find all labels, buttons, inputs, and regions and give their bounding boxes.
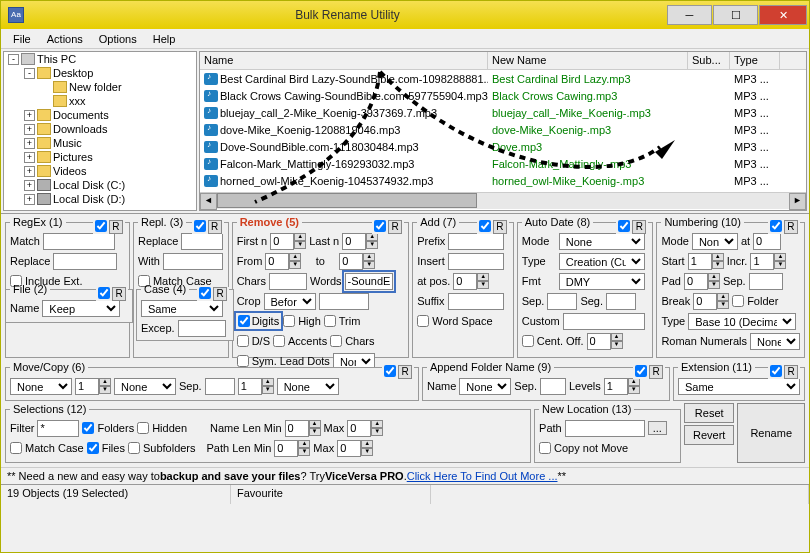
num-incr-input[interactable] — [750, 253, 774, 270]
tree-item[interactable]: +Local Disk (D:) — [4, 192, 196, 206]
tree-item[interactable]: New folder — [4, 80, 196, 94]
spin-up[interactable]: ▲ — [298, 440, 310, 448]
file-row[interactable]: Dove-SoundBible.com-1118030484.mp3Dove.m… — [200, 138, 806, 155]
file-list[interactable]: Name New Name Sub... Type Best Cardinal … — [199, 51, 807, 211]
sel-hidden-check[interactable] — [137, 422, 149, 434]
revert-button[interactable]: Revert — [684, 425, 734, 445]
file-row[interactable]: bluejay_call_2-Mike_Koenig-3937369.7.mp3… — [200, 104, 806, 121]
add-prefix-input[interactable] — [448, 233, 504, 250]
close-button[interactable]: ✕ — [759, 5, 807, 25]
file-row[interactable]: Best Cardinal Bird Lazy-SoundBible.com-1… — [200, 70, 806, 87]
numbering-enable-check[interactable] — [770, 220, 782, 232]
sel-matchcase-check[interactable] — [10, 442, 22, 454]
spin-down[interactable]: ▼ — [708, 281, 720, 289]
tree-expand-icon[interactable]: + — [24, 152, 35, 163]
spin-down[interactable]: ▼ — [361, 448, 373, 456]
remove-trim-check[interactable] — [324, 315, 336, 327]
remove-accents-check[interactable] — [273, 335, 285, 347]
scroll-right-button[interactable]: ► — [789, 193, 806, 210]
regex-match-input[interactable] — [43, 233, 115, 250]
spin-down[interactable]: ▼ — [774, 261, 786, 269]
case-reset-button[interactable]: R — [213, 287, 227, 301]
autodate-cent-check[interactable] — [522, 335, 534, 347]
spin-up[interactable]: ▲ — [99, 378, 111, 386]
spin-down[interactable]: ▼ — [289, 261, 301, 269]
rename-button[interactable]: Rename — [737, 403, 805, 463]
menu-help[interactable]: Help — [145, 31, 184, 47]
spin-up[interactable]: ▲ — [363, 253, 375, 261]
tree-expand-icon[interactable]: - — [8, 54, 19, 65]
spin-down[interactable]: ▼ — [371, 428, 383, 436]
movecopy-op3-select[interactable]: None — [277, 378, 339, 395]
folder-tree[interactable]: -This PC-Desktop New folder xxx+Document… — [3, 51, 197, 211]
movecopy-n1-input[interactable] — [75, 378, 99, 395]
autodate-seg-input[interactable] — [606, 293, 636, 310]
spin-up[interactable]: ▲ — [361, 440, 373, 448]
autodate-fmt-select[interactable]: DMY — [559, 273, 645, 290]
remove-to-input[interactable] — [339, 253, 363, 270]
tree-expand-icon[interactable]: - — [24, 68, 35, 79]
tree-expand-icon[interactable]: + — [24, 124, 35, 135]
tree-expand-icon[interactable]: + — [24, 110, 35, 121]
col-sub[interactable]: Sub... — [688, 52, 730, 69]
repl-reset-button[interactable]: R — [208, 220, 222, 234]
minimize-button[interactable]: ─ — [667, 5, 712, 25]
num-roman-select[interactable]: None — [750, 333, 800, 350]
num-folder-check[interactable] — [732, 295, 744, 307]
remove-digits-check[interactable] — [238, 315, 250, 327]
menu-file[interactable]: File — [5, 31, 39, 47]
sel-pathlenmax-input[interactable] — [337, 440, 361, 457]
case-excep-input[interactable] — [178, 320, 226, 337]
numbering-reset-button[interactable]: R — [784, 220, 798, 234]
autodate-type-select[interactable]: Creation (Cur — [559, 253, 645, 270]
col-type[interactable]: Type — [730, 52, 780, 69]
regex-reset-button[interactable]: R — [109, 220, 123, 234]
autodate-sep-input[interactable] — [547, 293, 577, 310]
add-insert-input[interactable] — [448, 253, 504, 270]
spin-up[interactable]: ▲ — [712, 253, 724, 261]
remove-chars2-check[interactable] — [330, 335, 342, 347]
spin-up[interactable]: ▲ — [774, 253, 786, 261]
newloc-path-input[interactable] — [565, 420, 645, 437]
autodate-reset-button[interactable]: R — [632, 220, 646, 234]
num-at-input[interactable] — [753, 233, 781, 250]
newloc-browse-button[interactable]: ... — [648, 421, 667, 435]
spin-down[interactable]: ▼ — [366, 241, 378, 249]
case-select[interactable]: Same — [141, 300, 223, 317]
file-row[interactable]: horned_owl-Mike_Koenig-1045374932.mp3hor… — [200, 172, 806, 189]
spin-down[interactable]: ▼ — [611, 341, 623, 349]
h-scrollbar[interactable]: ◄ ► — [200, 192, 806, 209]
sel-folders-check[interactable] — [82, 422, 94, 434]
tree-item[interactable]: -Desktop — [4, 66, 196, 80]
tree-expand-icon[interactable]: + — [24, 194, 35, 205]
spin-up[interactable]: ▲ — [477, 273, 489, 281]
movecopy-op1-select[interactable]: None — [10, 378, 72, 395]
sel-pathlenmin-input[interactable] — [274, 440, 298, 457]
footer-link[interactable]: Click Here To Find Out More ... — [407, 470, 558, 482]
num-pad-input[interactable] — [684, 273, 708, 290]
append-levels-input[interactable] — [604, 378, 628, 395]
scroll-thumb[interactable] — [217, 193, 477, 208]
tree-item[interactable]: +Documents — [4, 108, 196, 122]
sel-namelenmin-input[interactable] — [285, 420, 309, 437]
append-enable-check[interactable] — [635, 365, 647, 377]
tree-item[interactable]: xxx — [4, 94, 196, 108]
sel-files-check[interactable] — [87, 442, 99, 454]
menu-actions[interactable]: Actions — [39, 31, 91, 47]
spin-up[interactable]: ▲ — [371, 420, 383, 428]
spin-down[interactable]: ▼ — [477, 281, 489, 289]
repl-enable-check[interactable] — [194, 220, 206, 232]
movecopy-n2-input[interactable] — [238, 378, 262, 395]
regex-enable-check[interactable] — [95, 220, 107, 232]
add-reset-button[interactable]: R — [493, 220, 507, 234]
movecopy-sep-input[interactable] — [205, 378, 235, 395]
add-suffix-input[interactable] — [448, 293, 504, 310]
ext-enable-check[interactable] — [770, 365, 782, 377]
spin-up[interactable]: ▲ — [309, 420, 321, 428]
append-name-select[interactable]: None — [459, 378, 511, 395]
file-enable-check[interactable] — [98, 287, 110, 299]
spin-down[interactable]: ▼ — [294, 241, 306, 249]
num-type-select[interactable]: Base 10 (Decimal) — [688, 313, 796, 330]
spin-up[interactable]: ▲ — [708, 273, 720, 281]
spin-up[interactable]: ▲ — [262, 378, 274, 386]
